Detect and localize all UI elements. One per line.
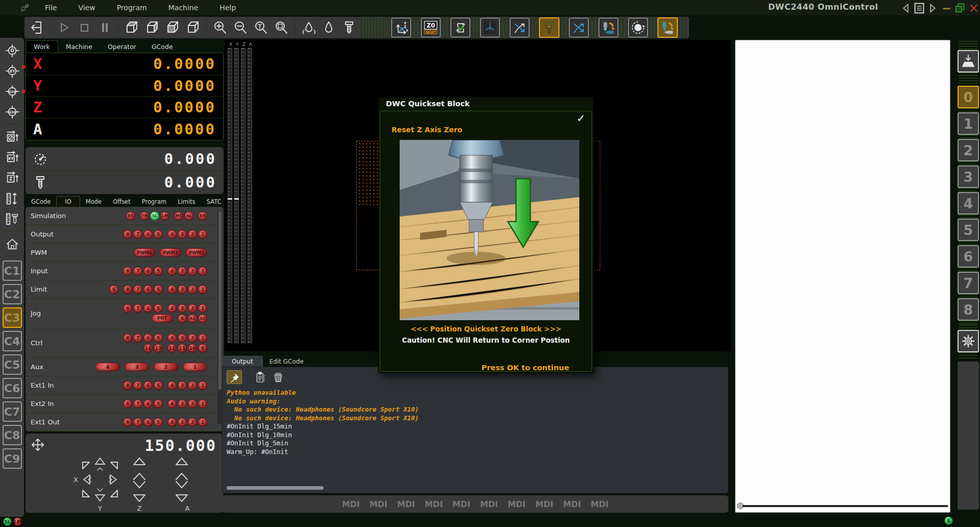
ruler-bar-y[interactable]: [234, 48, 239, 343]
mdi-button[interactable]: MDI: [508, 499, 526, 509]
measure-tool-icon[interactable]: [2, 209, 22, 229]
custom-button-c7[interactable]: C7: [3, 401, 22, 422]
copy-log-icon[interactable]: [254, 370, 267, 384]
tool-change-icon[interactable]: [599, 18, 618, 37]
mdi-button[interactable]: MDI: [591, 499, 608, 509]
custom-button-c6[interactable]: C6: [3, 378, 22, 398]
preset-button-1[interactable]: 1: [958, 112, 979, 135]
view-cube-side-icon[interactable]: [142, 17, 162, 38]
pin-icon[interactable]: [227, 370, 242, 384]
io-tab-limits[interactable]: Limits: [172, 197, 201, 207]
ruler-bar-z[interactable]: [241, 48, 246, 343]
preset-button-4[interactable]: 4: [958, 192, 979, 214]
minimize-icon[interactable]: [940, 2, 953, 14]
mdi-row[interactable]: MDIMDIMDIMDIMDIMDIMDIMDIMDIMDI: [222, 495, 728, 513]
coolant-drop-icon[interactable]: [318, 17, 339, 38]
swap-axes-2-icon[interactable]: [569, 18, 589, 37]
stop-icon[interactable]: [74, 17, 94, 38]
custom-button-c1[interactable]: C1: [3, 260, 22, 281]
settings-gear-icon[interactable]: [958, 330, 979, 352]
home-icon[interactable]: [2, 234, 22, 254]
mdi-button[interactable]: MDI: [535, 499, 553, 509]
custom-button-c4[interactable]: C4: [3, 331, 22, 351]
jog-pad[interactable]: X Y Z A: [26, 454, 224, 513]
dro-tab-gcode[interactable]: GCode: [144, 41, 181, 53]
spindle-rotate-icon[interactable]: [628, 18, 648, 37]
goto-g30-icon[interactable]: G30: [2, 102, 22, 123]
menu-help[interactable]: Help: [212, 2, 243, 14]
io-tab-mode[interactable]: Mode: [80, 197, 107, 207]
goto-g28-icon[interactable]: G28: [2, 82, 22, 102]
clear-log-icon[interactable]: [272, 370, 285, 384]
io-scrollbar-thumb[interactable]: [218, 211, 222, 390]
preset-button-5[interactable]: 5: [958, 219, 979, 241]
tool-screw-icon[interactable]: [339, 17, 359, 38]
preset-button-6[interactable]: 6: [958, 245, 979, 268]
mdi-button[interactable]: MDI: [342, 499, 360, 509]
console-tab-output[interactable]: Output: [222, 356, 263, 367]
panel-hscroll-track[interactable]: [743, 505, 948, 507]
nav-forward-icon[interactable]: [926, 2, 939, 14]
ruler-bar-x[interactable]: [228, 48, 232, 343]
zero-z-icon[interactable]: Z: [2, 168, 22, 188]
tool-change-2-icon[interactable]: [657, 17, 678, 38]
custom-button-c8[interactable]: C8: [3, 425, 22, 445]
preset-button-3[interactable]: 3: [958, 165, 979, 188]
pause-icon[interactable]: [94, 17, 115, 38]
zoom-tool-icon[interactable]: [251, 17, 271, 38]
dialog-confirm-check-icon[interactable]: ✓: [576, 112, 585, 125]
io-tab-satc[interactable]: SATC: [201, 197, 227, 207]
mdi-button[interactable]: MDI: [480, 499, 498, 509]
nav-back-icon[interactable]: [899, 2, 913, 14]
mdi-button[interactable]: MDI: [397, 499, 415, 509]
play-icon[interactable]: [54, 17, 74, 38]
exit-program-icon[interactable]: [27, 17, 47, 38]
preset-button-0[interactable]: 0: [958, 86, 979, 108]
menu-view[interactable]: View: [71, 2, 102, 14]
mdi-button[interactable]: MDI: [452, 499, 470, 509]
io-tab-gcode[interactable]: GCode: [26, 197, 56, 207]
z0-reset-icon[interactable]: Z0RESET: [421, 18, 440, 37]
axes-xyz-icon[interactable]: YZX: [391, 18, 411, 37]
dro-tab-machine[interactable]: Machine: [58, 41, 100, 53]
view-cube-front-icon[interactable]: [162, 17, 183, 38]
custom-button-c9[interactable]: C9: [3, 448, 22, 469]
custom-button-c3[interactable]: C3: [3, 307, 22, 328]
menu-program[interactable]: Program: [110, 2, 154, 14]
goto-origin-icon[interactable]: O: [2, 41, 22, 61]
preset-button-7[interactable]: 7: [958, 272, 979, 294]
zero-xy-icon[interactable]: XY: [2, 148, 22, 168]
zoom-in-icon[interactable]: [210, 17, 230, 38]
custom-button-c5[interactable]: C5: [3, 354, 22, 375]
mdi-button[interactable]: MDI: [425, 499, 443, 509]
menu-file[interactable]: File: [38, 2, 64, 14]
mdi-button[interactable]: MDI: [370, 499, 387, 509]
swap-axes-icon[interactable]: [510, 18, 529, 37]
dro-tab-operator[interactable]: Operator: [100, 41, 144, 53]
dro-tab-work[interactable]: Work: [26, 40, 58, 53]
preset-button-2[interactable]: 2: [958, 139, 979, 161]
menu-machine[interactable]: Machine: [161, 2, 206, 14]
quickset-block-icon[interactable]: [539, 17, 559, 38]
measure-height-icon[interactable]: [2, 188, 22, 209]
view-cube-top-icon[interactable]: [121, 17, 142, 38]
nav-list-icon[interactable]: [913, 2, 926, 14]
console-tab-edit-gcode[interactable]: Edit GCode: [263, 356, 310, 367]
maximize-icon[interactable]: [953, 2, 967, 14]
close-icon[interactable]: [967, 2, 980, 14]
zero-none-icon[interactable]: [2, 127, 22, 148]
io-tab-offset[interactable]: Offset: [107, 197, 136, 207]
cycle-check-icon[interactable]: [451, 18, 470, 37]
preset-button-8[interactable]: 8: [958, 298, 979, 321]
laser-icon[interactable]: [480, 18, 500, 37]
coolant-mist-icon[interactable]: [298, 17, 318, 38]
zoom-out-icon[interactable]: [230, 17, 251, 38]
gcode-view-panel[interactable]: [735, 40, 950, 513]
view-cube-icon[interactable]: [183, 17, 203, 38]
zoom-selection-icon[interactable]: [271, 17, 291, 38]
ruler-bar-a[interactable]: [248, 48, 252, 343]
goto-xy-icon[interactable]: XY: [2, 61, 22, 82]
probe-block-icon[interactable]: [958, 50, 979, 73]
mdi-button[interactable]: MDI: [563, 499, 581, 509]
console-hscroll-thumb[interactable]: [227, 486, 324, 490]
